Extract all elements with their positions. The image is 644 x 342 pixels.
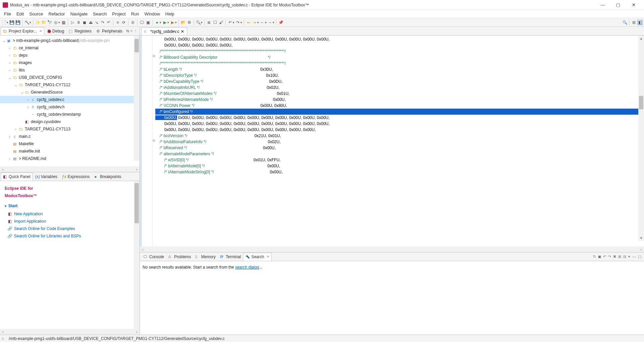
stop-icon[interactable]: ◼ [82, 20, 87, 25]
code-line[interactable]: /* bReserved */ 0x00U, [155, 145, 644, 151]
tree-row[interactable]: ›ccycfg_usbdev.c [0, 96, 140, 103]
tree-row[interactable]: ›🗀deps [0, 52, 140, 59]
tree-row[interactable]: ◧design.cyusbdev [0, 118, 140, 125]
scrollbar-thumb[interactable] [135, 183, 139, 223]
terminal-icon[interactable]: 🖵 [139, 20, 145, 25]
make-target-icon[interactable]: ⚙ [186, 20, 192, 25]
scrollbar-thumb[interactable] [639, 96, 643, 109]
tree-row[interactable]: ›🗀ce_internal [0, 44, 140, 52]
back2-icon[interactable]: ← [260, 20, 265, 25]
target-icon[interactable]: ◎ [53, 20, 58, 25]
quickpanel-scrollbar-horizontal[interactable]: ‹ › [0, 329, 140, 335]
tab-close-icon[interactable]: ✕ [181, 29, 184, 34]
tab-console[interactable]: 🖵Console [141, 253, 166, 261]
next-edit-icon[interactable]: ↷ [235, 20, 240, 25]
code-line[interactable]: /* bmConfigured */ [155, 109, 644, 115]
forward-icon[interactable]: ⇒ [252, 20, 257, 25]
pause-icon[interactable]: ⏸ [76, 20, 81, 25]
instr-step-icon[interactable]: ≡ [115, 20, 120, 25]
tree-row[interactable]: ▫cycfg_usbdev.timestamp [0, 111, 140, 118]
tree-row[interactable]: ▤makefile.init [0, 148, 140, 155]
menu-project[interactable]: Project [109, 10, 128, 17]
code-line[interactable]: /* bPreferredAlternateMode */ 0x00U, [155, 97, 644, 103]
tree-scrollbar-vertical[interactable] [134, 36, 140, 161]
close-button[interactable]: ✕ [626, 0, 641, 10]
scroll-left-icon[interactable]: ‹ [0, 167, 6, 171]
code-line[interactable]: /* bcdVersion */ 0x21U, 0x01U, [155, 133, 644, 139]
tab-project-explorer[interactable]: 🗀 Project Explor... ✕ [1, 27, 44, 35]
twist-icon[interactable]: › [7, 134, 12, 138]
paint-icon[interactable]: 🖌 [218, 20, 224, 25]
skip-breakpoints-icon[interactable]: ⊘ [130, 20, 136, 25]
link-icon[interactable]: ⇆ [126, 29, 129, 33]
fold-bar[interactable]: ⊟⊟ [153, 36, 155, 246]
menu-edit[interactable]: Edit [14, 10, 26, 17]
code-line[interactable]: /* wSVID[0] */ 0x01U, 0xFFU, [155, 157, 644, 163]
tree-row[interactable]: ⌄🗀USB_DEVICE_CONFIG [0, 74, 140, 81]
editor-scrollbar-horizontal[interactable]: ‹ › [140, 246, 644, 252]
maximize-button[interactable]: ▢ [610, 0, 626, 10]
chip-icon[interactable]: ▣ [145, 20, 151, 25]
disconnect-icon[interactable]: ⏏ [88, 20, 93, 25]
folder-icon[interactable]: 📁 [41, 20, 46, 25]
twist-icon[interactable]: › [13, 127, 18, 131]
editor-scrollbar-vertical[interactable]: ▴ ▾ [638, 36, 644, 241]
menu-window[interactable]: Window [142, 10, 163, 17]
play-icon[interactable]: ▷ [70, 20, 75, 25]
menu-help[interactable]: Help [163, 10, 177, 17]
search-dialog-link[interactable]: search dialog [235, 265, 259, 270]
run-green-icon[interactable]: ● [154, 20, 160, 25]
link-search-code-examples[interactable]: 🔗Search Online for Code Examples [5, 225, 135, 232]
editor-tab-cycfg-usbdev[interactable]: c *cycfg_usbdev.c ✕ [141, 27, 187, 35]
pin-icon[interactable]: 📌 [278, 20, 283, 25]
outline-icon[interactable]: ≣ [206, 20, 212, 25]
code-line[interactable]: 0x00U, 0x00U, 0x00U, 0x00U, 0x00U, 0x00U… [155, 127, 644, 133]
tree-row[interactable]: ›cmain.c [0, 133, 140, 140]
menu-refactor[interactable]: Refactor [46, 10, 68, 17]
twist-icon[interactable]: ⌄ [1, 39, 6, 43]
prev-match-icon[interactable]: ↶ [603, 254, 606, 259]
code-line[interactable]: /* alternateModeParameters */ [155, 151, 644, 157]
toggle-icon[interactable]: ☐ [212, 20, 218, 25]
tab-terminal[interactable]: 🖳Terminal [218, 253, 243, 261]
fold-toggle-icon[interactable]: ⊟ [153, 54, 155, 58]
tree-row[interactable]: ›▤> README.md [0, 155, 140, 162]
new-icon[interactable]: 📄 [1, 20, 7, 25]
code-line[interactable]: 0x00U, 0x00U, 0x00U, 0x00U, 0x00U, 0x00U… [155, 121, 644, 127]
code-line[interactable]: /* bDevCapabilityType */ 0x0DU, [155, 78, 644, 84]
code-line[interactable]: /***************************************… [155, 60, 644, 66]
link-new-application[interactable]: ◧New Application [5, 210, 135, 218]
save-all-icon[interactable]: 💾 [15, 20, 20, 25]
scroll-up-icon[interactable]: ▴ [638, 36, 644, 41]
quick-search-icon[interactable]: 🔍 [622, 20, 628, 25]
tree-row[interactable]: ⌄🗀TARGET_PMG1-CY7112 [0, 81, 140, 89]
quickpanel-scrollbar-vertical[interactable] [134, 181, 140, 329]
tab-breakpoints[interactable]: ● Breakpoints [92, 173, 123, 181]
tree-root[interactable]: ⌄ ▣ > mtb-example-pmg1-usbfs-billboard [… [0, 37, 140, 44]
perspective-c-icon[interactable]: ◧ [637, 20, 643, 25]
tab-variables[interactable]: (x) Variables [33, 173, 60, 181]
search-toolbar-icon[interactable]: 🔍 [196, 20, 201, 25]
scrollbar-thumb[interactable] [135, 39, 139, 52]
prev-edit-icon[interactable]: ↶ [227, 20, 233, 25]
code-line[interactable]: /* bAlternateMode[0] */ 0x00U, [155, 163, 644, 169]
code-editor[interactable]: ⊟⊟ 0x00U, 0x00U, 0x00U, 0x00U, 0x00U, 0x… [140, 36, 644, 246]
twist-icon[interactable]: › [25, 98, 30, 102]
tab-close-icon[interactable]: ✕ [267, 255, 269, 259]
ext-tools-icon[interactable]: ▶ [170, 20, 175, 25]
tree-row[interactable]: ›hcycfg_usbdev.h [0, 103, 140, 111]
tree-row[interactable]: ⌄🗀GeneratedSource [0, 89, 140, 96]
step-return-icon[interactable]: ↶ [106, 20, 111, 25]
binoculars-icon[interactable]: 🔭 [47, 20, 52, 25]
twist-icon[interactable]: ⌄ [7, 75, 12, 80]
rerun-search-icon[interactable]: ↻ [593, 254, 596, 259]
twist-icon[interactable]: › [25, 105, 30, 109]
minimize-view-icon[interactable]: — [632, 254, 636, 259]
view-menu-icon[interactable]: ▾ [628, 254, 630, 259]
cancel-search-icon[interactable]: ◼ [598, 254, 601, 259]
grid-icon[interactable]: ▦ [61, 20, 66, 25]
scroll-right-icon[interactable]: › [134, 330, 140, 334]
tab-problems[interactable]: ⚠Problems [166, 253, 193, 261]
perspective-open-icon[interactable]: ⊞ [631, 20, 637, 25]
menu-run[interactable]: Run [128, 10, 142, 17]
